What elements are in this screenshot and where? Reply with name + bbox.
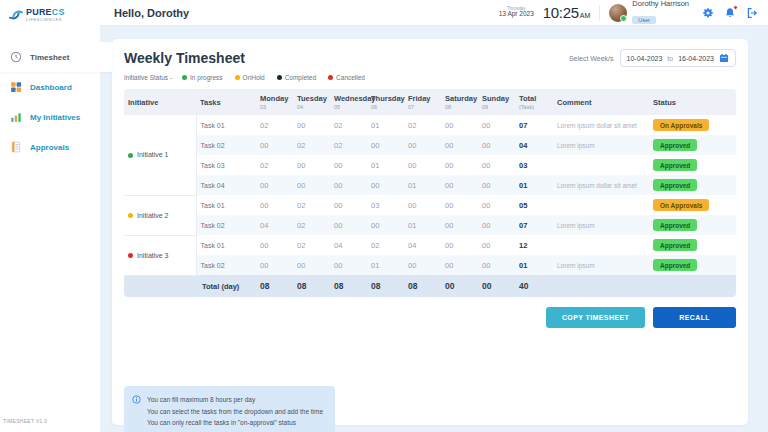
- hours-cell[interactable]: 01: [367, 255, 404, 275]
- copy-timesheet-button[interactable]: COPY TIMESHEET: [546, 307, 645, 328]
- comment-cell[interactable]: Lorem ipsum dollar sit amet: [553, 115, 649, 135]
- user-menu[interactable]: Dorothy Harrison User: [609, 0, 689, 26]
- hours-cell[interactable]: 00: [441, 235, 478, 255]
- hours-cell[interactable]: 00: [367, 215, 404, 235]
- hours-cell[interactable]: 00: [256, 235, 293, 255]
- calendar-icon[interactable]: [719, 53, 729, 63]
- total-day-cell: 08: [330, 275, 367, 297]
- hours-cell[interactable]: 00: [478, 115, 515, 135]
- time-meridiem: AM: [580, 12, 591, 19]
- hours-cell[interactable]: 01: [367, 155, 404, 175]
- hours-cell[interactable]: 00: [404, 135, 441, 155]
- hours-cell[interactable]: 00: [293, 255, 330, 275]
- hours-cell[interactable]: 00: [441, 195, 478, 215]
- hours-cell[interactable]: 02: [293, 135, 330, 155]
- recall-button[interactable]: RECALL: [653, 307, 736, 328]
- comment-cell[interactable]: Lorem ipsum: [553, 135, 649, 155]
- hours-cell[interactable]: 02: [330, 135, 367, 155]
- status-badge: Approved: [653, 179, 697, 191]
- hours-cell[interactable]: 00: [256, 255, 293, 275]
- hours-cell[interactable]: 00: [256, 175, 293, 195]
- hours-cell[interactable]: 00: [293, 115, 330, 135]
- task-total-cell: 07: [515, 115, 553, 135]
- hours-cell[interactable]: 00: [478, 155, 515, 175]
- task-cell[interactable]: Task 02: [196, 255, 256, 275]
- note-line: You can select the tasks from the dropdo…: [147, 406, 323, 418]
- hours-cell[interactable]: 02: [293, 215, 330, 235]
- task-total-cell: 03: [515, 155, 553, 175]
- status-badge: On Approvals: [653, 119, 709, 131]
- hours-cell[interactable]: 00: [330, 155, 367, 175]
- hours-cell[interactable]: 00: [293, 155, 330, 175]
- hours-cell[interactable]: 00: [404, 195, 441, 215]
- hours-cell[interactable]: 00: [256, 195, 293, 215]
- week-range-field[interactable]: 10-04-2023 to 16-04-2023: [620, 49, 736, 67]
- comment-cell[interactable]: [553, 235, 649, 255]
- hours-cell[interactable]: 02: [330, 115, 367, 135]
- hours-cell[interactable]: 02: [293, 195, 330, 215]
- hours-cell[interactable]: 00: [441, 135, 478, 155]
- hours-cell[interactable]: 00: [478, 135, 515, 155]
- hours-cell[interactable]: 00: [293, 175, 330, 195]
- hours-cell[interactable]: 02: [404, 115, 441, 135]
- task-cell[interactable]: Task 02: [196, 135, 256, 155]
- task-cell[interactable]: Task 03: [196, 155, 256, 175]
- sidebar-item-approvals[interactable]: Approvals: [0, 132, 100, 162]
- hours-cell[interactable]: 02: [256, 115, 293, 135]
- hours-cell[interactable]: 01: [404, 175, 441, 195]
- status-dot: [182, 75, 187, 80]
- hours-cell[interactable]: 04: [256, 215, 293, 235]
- task-cell[interactable]: Task 01: [196, 235, 256, 255]
- task-cell[interactable]: Task 01: [196, 115, 256, 135]
- hours-cell[interactable]: 00: [330, 175, 367, 195]
- status-badge: Approved: [653, 219, 697, 231]
- hours-cell[interactable]: 00: [367, 175, 404, 195]
- avatar[interactable]: [609, 4, 627, 22]
- hours-cell[interactable]: 00: [441, 175, 478, 195]
- hours-cell[interactable]: 00: [404, 155, 441, 175]
- hours-cell[interactable]: 00: [478, 215, 515, 235]
- sidebar-item-dashboard[interactable]: Dashboard: [0, 72, 100, 102]
- grand-total-cell: 40: [515, 275, 553, 297]
- comment-cell[interactable]: Lorem ipsum: [553, 215, 649, 235]
- hours-cell[interactable]: 04: [330, 235, 367, 255]
- clock: 10:25 AM: [543, 4, 591, 21]
- hours-cell[interactable]: 00: [478, 195, 515, 215]
- hours-cell[interactable]: 03: [367, 195, 404, 215]
- initiative-status-legend: Initiative Status - In progressOnHoldCom…: [124, 74, 736, 81]
- hours-cell[interactable]: 00: [441, 215, 478, 235]
- notifications-bell-icon[interactable]: [724, 7, 736, 19]
- hours-cell[interactable]: 00: [441, 155, 478, 175]
- hours-cell[interactable]: 00: [330, 195, 367, 215]
- hours-cell[interactable]: 00: [478, 175, 515, 195]
- comment-cell[interactable]: Lorem ipsum: [553, 255, 649, 275]
- hours-cell[interactable]: 00: [478, 235, 515, 255]
- comment-cell[interactable]: [553, 155, 649, 175]
- hours-cell[interactable]: 00: [330, 215, 367, 235]
- settings-gear-icon[interactable]: [702, 7, 714, 19]
- logo[interactable]: PURECS LIFESCIENCES: [0, 0, 100, 26]
- comment-cell[interactable]: Lorem ipsum dollar sit amet: [553, 175, 649, 195]
- status-badge: Approved: [653, 139, 697, 151]
- hours-cell[interactable]: 00: [404, 255, 441, 275]
- sidebar-item-timesheet[interactable]: Timesheet: [0, 42, 112, 72]
- hours-cell[interactable]: 02: [367, 235, 404, 255]
- hours-cell[interactable]: 02: [293, 235, 330, 255]
- hours-cell[interactable]: 02: [256, 155, 293, 175]
- hours-cell[interactable]: 01: [404, 215, 441, 235]
- hours-cell[interactable]: 00: [478, 255, 515, 275]
- comment-cell[interactable]: [553, 195, 649, 215]
- logo-swirl-icon: [8, 8, 24, 22]
- task-cell[interactable]: Task 02: [196, 215, 256, 235]
- sidebar-item-my-initiatives[interactable]: My Initiatives: [0, 102, 100, 132]
- hours-cell[interactable]: 00: [330, 255, 367, 275]
- hours-cell[interactable]: 04: [404, 235, 441, 255]
- task-cell[interactable]: Task 01: [196, 195, 256, 215]
- task-cell[interactable]: Task 04: [196, 175, 256, 195]
- hours-cell[interactable]: 00: [367, 135, 404, 155]
- hours-cell[interactable]: 01: [367, 115, 404, 135]
- hours-cell[interactable]: 00: [256, 135, 293, 155]
- hours-cell[interactable]: 00: [441, 115, 478, 135]
- hours-cell[interactable]: 00: [441, 255, 478, 275]
- logout-icon[interactable]: [746, 7, 758, 19]
